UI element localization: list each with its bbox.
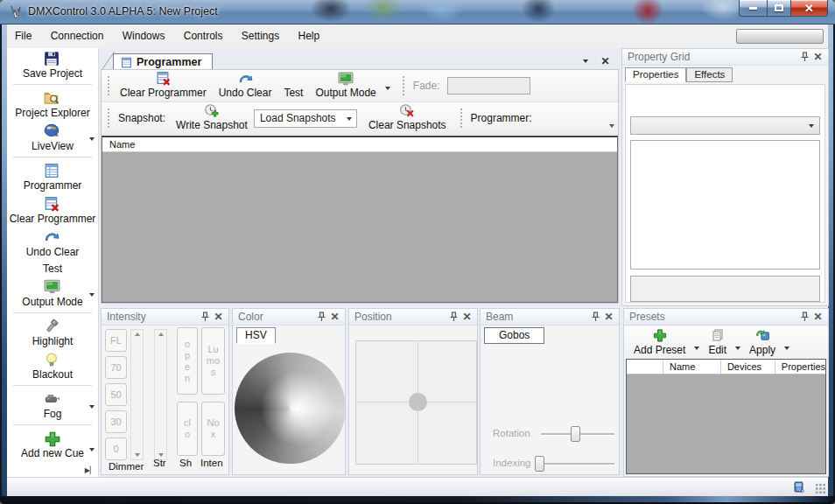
toolbar-overflow-icon[interactable] — [607, 118, 615, 130]
sidebar-overflow-arrow-icon[interactable]: ▶▏ — [85, 466, 95, 474]
sidebar-item-save-project[interactable]: Save Project — [7, 48, 98, 81]
dimmer-preset-fl-button[interactable]: FL — [105, 329, 127, 352]
write-snapshot-button[interactable]: Write Snapshot — [170, 102, 254, 134]
inten-lumos-button[interactable]: Lumos — [201, 327, 225, 395]
menu-windows[interactable]: Windows — [115, 24, 173, 46]
scroll-down-icon[interactable] — [135, 453, 140, 457]
property-grid-header[interactable]: Property Grid ✕ — [622, 49, 828, 66]
sidebar-item-add-new-cue[interactable]: Add new Cue — [7, 428, 98, 461]
dimmer-preset-50-button[interactable]: 50 — [105, 383, 127, 406]
sidebar-item-fog[interactable]: Fog — [7, 388, 98, 422]
resize-grip[interactable] — [815, 483, 826, 494]
close-panel-icon[interactable]: ✕ — [212, 311, 225, 324]
network-status-icon[interactable] — [793, 481, 805, 494]
menu-controls[interactable]: Controls — [176, 24, 231, 46]
panel-close-icon[interactable]: ✕ — [599, 54, 612, 67]
position-header[interactable]: Position ✕ — [349, 309, 477, 326]
tab-properties[interactable]: Properties — [625, 67, 686, 82]
maximize-button[interactable] — [767, 0, 791, 17]
sidebar-item-project-explorer[interactable]: Project Explorer — [7, 88, 98, 121]
tab-effects[interactable]: Effects — [686, 67, 733, 82]
sidebar-item-undo-clear[interactable]: Undo Clear — [7, 227, 98, 260]
sidebar-item-highlight[interactable]: Highlight — [7, 316, 98, 349]
shutter-open-button[interactable]: open — [177, 327, 198, 395]
property-grid-combobox[interactable] — [630, 116, 820, 135]
tab-gobos[interactable]: Gobos — [484, 327, 544, 344]
close-panel-icon[interactable]: ✕ — [811, 51, 824, 64]
tab-hsv[interactable]: HSV — [236, 327, 276, 344]
output-mode-button[interactable]: Output Mode — [309, 70, 382, 102]
pan-tilt-pad[interactable] — [355, 340, 477, 465]
close-button[interactable]: ✕ — [790, 0, 828, 17]
pin-icon[interactable] — [447, 311, 460, 324]
toolbar-grip[interactable] — [107, 75, 110, 96]
programmer-table-header[interactable]: Name — [102, 137, 617, 152]
hsv-color-wheel[interactable] — [235, 353, 346, 464]
title-bar[interactable]: DMXControl 3.0 ALPHA 5: New Project ✕ — [0, 0, 835, 24]
close-panel-icon[interactable]: ✕ — [460, 311, 474, 324]
tab-programmer[interactable]: Programmer — [113, 53, 213, 71]
undo-clear-button[interactable]: Undo Clear — [213, 70, 278, 102]
strobe-scrollbar[interactable] — [154, 329, 167, 460]
sidebar-item-programmer[interactable]: Programmer — [7, 160, 98, 193]
pin-icon[interactable] — [315, 311, 328, 324]
presets-table-header[interactable]: Name Devices Properties — [627, 360, 825, 374]
indexing-slider-track[interactable] — [535, 463, 614, 465]
pin-icon[interactable] — [199, 311, 212, 324]
beam-header[interactable]: Beam ✕ — [481, 309, 619, 326]
menu-file[interactable]: File — [7, 24, 39, 46]
close-panel-icon[interactable]: ✕ — [811, 311, 824, 324]
chevron-down-icon[interactable] — [89, 442, 95, 454]
clear-snapshots-button[interactable]: Clear Snapshots — [362, 102, 453, 134]
output-mode-dropdown-icon[interactable] — [382, 80, 393, 93]
dimmer-preset-70-button[interactable]: 70 — [105, 356, 127, 379]
edit-dropdown-icon[interactable] — [733, 340, 743, 353]
menu-connection[interactable]: Connection — [43, 24, 112, 46]
menu-settings[interactable]: Settings — [234, 24, 287, 46]
indexing-slider-thumb[interactable] — [535, 456, 544, 472]
chevron-down-icon[interactable] — [89, 287, 95, 299]
menu-help[interactable]: Help — [291, 24, 328, 46]
pin-icon[interactable] — [589, 311, 602, 324]
close-panel-icon[interactable]: ✕ — [602, 311, 615, 324]
rotation-slider-thumb[interactable] — [571, 426, 580, 442]
apply-dropdown-icon[interactable] — [782, 340, 792, 353]
toolbar-grip[interactable] — [402, 75, 405, 96]
scroll-up-icon[interactable] — [135, 332, 140, 336]
presets-header[interactable]: Presets ✕ — [624, 309, 828, 326]
tab-menu-dropdown-icon[interactable] — [583, 60, 588, 63]
sidebar-item-clear-programmer[interactable]: Clear Programmer — [7, 193, 98, 227]
chevron-down-icon[interactable] — [89, 131, 95, 144]
close-panel-icon[interactable]: ✕ — [328, 311, 341, 324]
load-snapshots-combobox[interactable]: Load Snapshots — [254, 109, 357, 128]
pan-tilt-handle[interactable] — [409, 393, 427, 411]
edit-preset-button[interactable]: Edit — [702, 326, 733, 359]
dimmer-preset-0-button[interactable]: 0 — [105, 438, 127, 460]
test-button[interactable]: Test — [277, 70, 309, 102]
scroll-up-icon[interactable] — [158, 332, 164, 336]
toolbar-grip[interactable] — [460, 108, 463, 129]
scroll-down-icon[interactable] — [158, 453, 164, 457]
combobox-dropdown-icon[interactable] — [347, 117, 352, 121]
sidebar-item-output-mode[interactable]: Output Mode — [7, 276, 98, 310]
intensity-header[interactable]: Intensity ✕ — [102, 309, 228, 326]
color-header[interactable]: Color ✕ — [233, 309, 345, 326]
dimmer-scrollbar[interactable] — [130, 329, 144, 460]
pin-icon[interactable] — [798, 311, 811, 324]
inten-nox-button[interactable]: Nox — [201, 402, 225, 456]
fade-input[interactable] — [447, 77, 530, 94]
chevron-down-icon[interactable] — [89, 399, 95, 411]
toolbar-grip[interactable] — [107, 108, 110, 129]
add-preset-dropdown-icon[interactable] — [691, 340, 702, 353]
pin-icon[interactable] — [798, 51, 811, 64]
clear-programmer-button[interactable]: Clear Programmer — [114, 70, 213, 102]
minimize-button[interactable] — [739, 0, 768, 17]
apply-preset-button[interactable]: Apply — [743, 326, 782, 359]
add-preset-button[interactable]: Add Preset — [628, 326, 691, 359]
sidebar-item-liveview[interactable]: LiveView — [7, 121, 98, 154]
sidebar-item-blackout[interactable]: Blackout — [7, 349, 98, 382]
dimmer-preset-30-button[interactable]: 30 — [105, 410, 127, 433]
shutter-close-button[interactable]: clo — [177, 402, 198, 456]
combobox-dropdown-icon[interactable] — [809, 124, 814, 128]
sidebar-item-test[interactable]: Test — [7, 260, 98, 276]
